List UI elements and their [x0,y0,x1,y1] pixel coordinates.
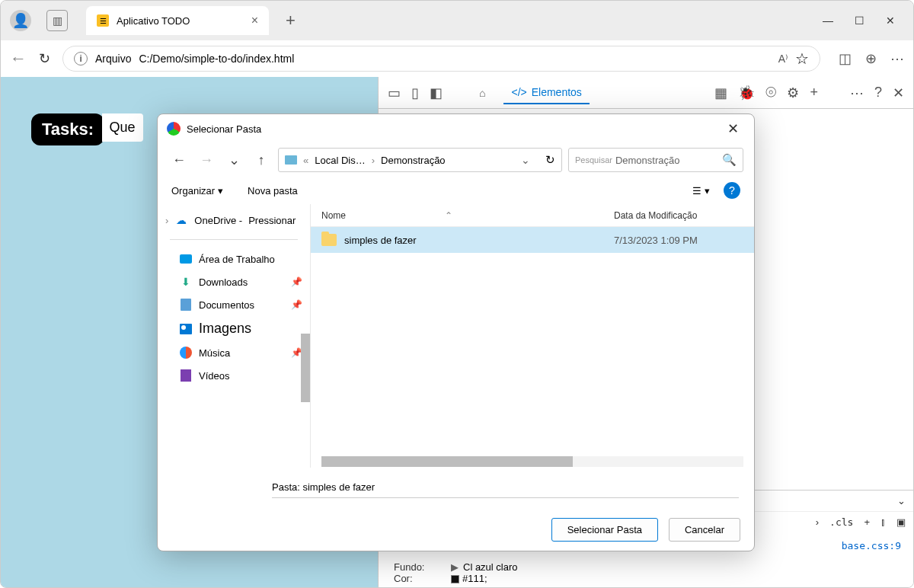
new-rule-icon[interactable]: + [864,516,870,528]
list-hscroll[interactable] [311,455,754,468]
site-info-icon[interactable]: i [74,52,88,66]
sort-caret-icon[interactable]: ⌃ [445,210,452,221]
nav-back-icon[interactable]: ← [168,149,190,171]
css-bg-key: Fundo: [394,561,436,573]
sidebar-music[interactable]: Música📌 [158,341,310,364]
add-tab-icon[interactable]: + [810,85,818,101]
col-date[interactable]: Data da Modificação [614,210,743,221]
search-icon[interactable]: 🔍 [722,153,737,167]
url-text: C:/Demo/simple-to-do/index.html [139,53,294,65]
css-color-val[interactable]: #111; [462,573,487,584]
video-icon [181,369,191,382]
maximize-icon[interactable]: ☐ [855,14,864,27]
css-bg-val[interactable]: Cl azul claro [463,561,518,573]
folder-picker-dialog: Selecionar Pasta ✕ ← → ⌄ ↑ « Local Dis… … [157,113,755,551]
dialog-help-icon[interactable]: ? [724,182,740,199]
search-term: Demonstração [615,155,680,166]
brush-icon[interactable]: ⫿ [880,516,886,528]
split-screen-icon[interactable]: ◫ [839,50,852,67]
column-headers[interactable]: Nome⌃ Data da Modificação [311,204,754,227]
close-window-icon[interactable]: ✕ [886,14,895,27]
close-dialog-icon[interactable]: ✕ [721,117,745,140]
dialog-toolbar: Organizar▾ Nova pasta ☰ ▾ ? [158,177,754,204]
tab-title: Aplicativo TODO [117,15,244,27]
folder-search[interactable]: Pesquisar Demonstração 🔍 [568,148,743,172]
breadcrumb-refresh-icon[interactable]: ↻ [545,153,555,167]
dialog-nav: ← → ⌄ ↑ « Local Dis… › Demonstração ⌄ ↻ … [158,143,754,177]
minimize-icon[interactable]: ― [823,14,833,27]
back-icon[interactable]: ← [10,49,27,69]
sidebar-downloads[interactable]: ⬇Downloads📌 [158,270,310,293]
sidebar-desktop[interactable]: Área de Trabalho [158,248,310,270]
tasks-input[interactable]: Que [102,113,143,142]
view-mode-icon[interactable]: ☰ ▾ [692,185,710,197]
profile-avatar[interactable]: 👤 [10,10,31,31]
folder-field-value[interactable]: simples de fazer [302,481,375,493]
performance-icon[interactable]: ⚙ [787,85,799,101]
help-icon[interactable]: ? [874,85,882,101]
more-icon[interactable]: ⋯ [890,50,904,67]
col-name[interactable]: Nome [321,210,346,221]
network-icon[interactable]: ⦾ [765,85,776,101]
close-tab-icon[interactable]: × [251,14,258,27]
close-devtools-icon[interactable]: ✕ [893,85,904,101]
cls-toggle[interactable]: .cls [829,516,853,528]
bug-icon[interactable]: 🐞 [738,85,755,101]
folder-name: simples de fazer [344,235,614,246]
images-icon [180,324,192,334]
app-icon[interactable]: ▦ [714,85,727,101]
search-placeholder: Pesquisar [575,155,612,165]
breadcrumb[interactable]: « Local Dis… › Demonstração ⌄ ↻ [278,148,562,172]
nav-recent-icon[interactable]: ⌄ [223,149,244,171]
sidebar-images[interactable]: Imagens [158,316,310,341]
download-icon: ⬇ [179,275,193,289]
folder-row[interactable]: simples de fazer 7/13/2023 1:09 PM [311,227,754,253]
sidebar-scrollbar[interactable] [301,334,310,402]
css-properties: Fundo: ▶Cl azul claro Cor: #111; [379,558,913,587]
cancel-button[interactable]: Cancelar [669,518,740,542]
elements-tab-label: Elementos [532,86,582,98]
pin-icon[interactable]: 📌 [291,299,302,310]
sidebar-onedrive[interactable]: › ☁ OneDrive - Pressionar [158,209,310,232]
folder-icon [321,234,337,246]
reload-icon[interactable]: ↻ [39,50,50,67]
chevron-down-icon[interactable]: ⌄ [897,495,906,507]
window-controls: ― ☐ ✕ [823,14,907,27]
home-tab[interactable]: ⌂ [471,82,493,104]
pin-icon[interactable]: 📌 [291,276,302,287]
select-folder-button[interactable]: Selecionar Pasta [551,518,658,542]
dialog-title: Selecionar Pasta [187,123,261,135]
folder-field-label: Pasta: [272,481,300,493]
new-tab-button[interactable]: + [286,11,296,30]
hover-toggle[interactable]: › [816,516,819,528]
elements-tab[interactable]: </> Elementos [503,81,589,104]
workspaces-icon[interactable]: ▥ [46,10,68,31]
more-tools-icon[interactable]: ⋯ [850,85,864,101]
dialog-sidebar: › ☁ OneDrive - Pressionar Área de Trabal… [158,204,310,468]
collections-icon[interactable]: ⊕ [865,50,877,67]
sidebar-videos[interactable]: Vídeos [158,364,310,387]
cloud-icon: ☁ [174,213,188,227]
device-icon[interactable]: ▯ [411,85,419,101]
file-list: Nome⌃ Data da Modificação simples de faz… [310,204,754,468]
breadcrumb-folder[interactable]: Demonstração [381,155,446,166]
nav-forward-icon[interactable]: → [196,149,217,171]
expand-icon[interactable]: ▶ [451,561,459,573]
browser-tab[interactable]: ☰ Aplicativo TODO × [86,6,269,35]
new-folder-button[interactable]: Nova pasta [248,185,298,197]
favorite-icon[interactable]: ☆ [795,50,809,68]
breadcrumb-chevron-icon[interactable]: ⌄ [521,154,530,166]
dock-icon[interactable]: ◧ [430,85,443,101]
url-input[interactable]: i Arquivo C:/Demo/simple-to-do/index.htm… [62,46,820,72]
organize-menu[interactable]: Organizar [171,185,215,197]
breadcrumb-disk[interactable]: Local Dis… [315,155,365,166]
nav-up-icon[interactable]: ↑ [251,149,272,171]
address-bar: ← ↻ i Arquivo C:/Demo/simple-to-do/index… [1,40,913,77]
color-swatch[interactable] [451,575,459,583]
dialog-main: › ☁ OneDrive - Pressionar Área de Trabal… [158,204,754,468]
read-aloud-icon[interactable]: A⁾ [778,53,788,65]
inspect-icon[interactable]: ▭ [388,85,401,101]
titlebar: 👤 ▥ ☰ Aplicativo TODO × + ― ☐ ✕ [1,1,913,40]
flex-icon[interactable]: ▣ [896,516,906,528]
sidebar-documents[interactable]: Documentos📌 [158,293,310,316]
